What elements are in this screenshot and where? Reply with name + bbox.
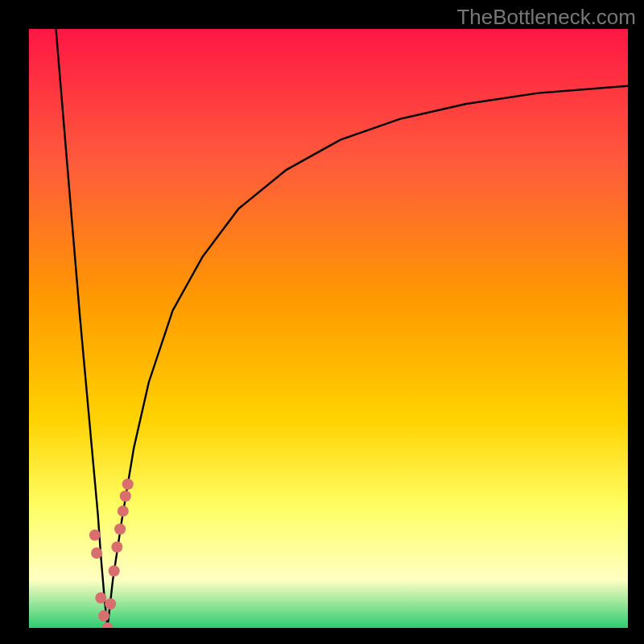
data-point [109, 565, 120, 576]
data-point [105, 598, 116, 609]
chart-svg [0, 0, 644, 644]
data-point [114, 523, 126, 535]
data-point [118, 506, 129, 517]
data-point [120, 490, 131, 502]
data-point [98, 610, 109, 621]
data-point [101, 622, 113, 634]
data-point [122, 478, 134, 489]
watermark-text: TheBottleneck.com [456, 5, 636, 30]
data-point [91, 547, 102, 559]
data-point [111, 542, 122, 553]
data-point [95, 592, 106, 604]
data-point [89, 530, 101, 541]
